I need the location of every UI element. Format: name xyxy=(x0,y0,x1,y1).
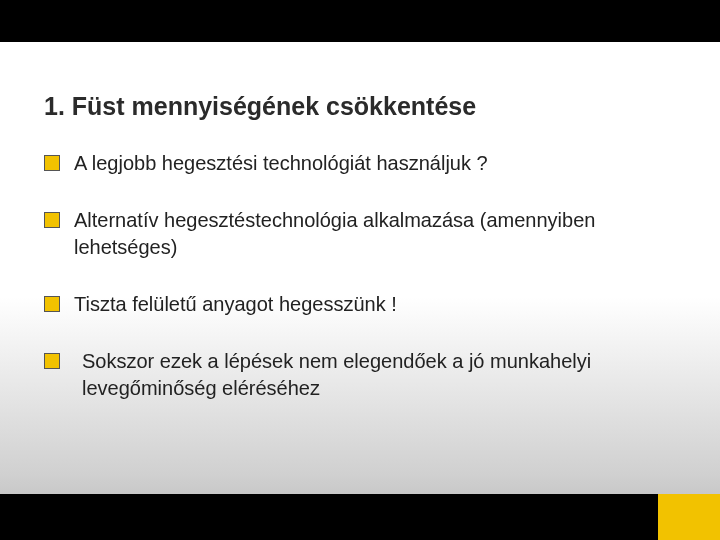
slide-title: 1. Füst mennyiségének csökkentése xyxy=(44,92,476,121)
list-item-text: Tiszta felületű anyagot hegesszünk ! xyxy=(74,291,670,318)
square-bullet-icon xyxy=(44,296,60,312)
list-item: Tiszta felületű anyagot hegesszünk ! xyxy=(44,291,670,318)
list-item: Sokszor ezek a lépések nem elegendőek a … xyxy=(44,348,670,402)
list-item: A legjobb hegesztési technológiát haszná… xyxy=(44,150,670,177)
slide: 1. Füst mennyiségének csökkentése A legj… xyxy=(0,0,720,540)
square-bullet-icon xyxy=(44,212,60,228)
list-item-text: Alternatív hegesztéstechnológia alkalmaz… xyxy=(74,207,670,261)
square-bullet-icon xyxy=(44,155,60,171)
list-item: Alternatív hegesztéstechnológia alkalmaz… xyxy=(44,207,670,261)
square-bullet-icon xyxy=(44,353,60,369)
top-bar xyxy=(0,0,720,42)
list-item-text: A legjobb hegesztési technológiát haszná… xyxy=(74,150,670,177)
bullet-list: A legjobb hegesztési technológiát haszná… xyxy=(44,150,670,432)
bottom-bar xyxy=(0,494,720,540)
accent-block xyxy=(658,494,720,540)
list-item-text: Sokszor ezek a lépések nem elegendőek a … xyxy=(74,348,670,402)
